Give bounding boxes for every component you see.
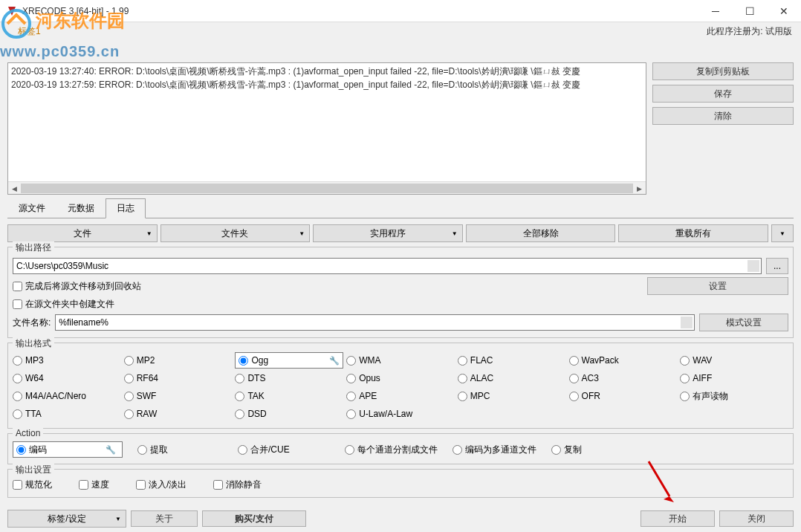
log-line: 2020-03-19 13:27:40: ERROR: D:\tools\桌面\… (11, 65, 643, 78)
svg-marker-0 (8, 7, 16, 16)
wrench-icon[interactable]: 🔧 (329, 356, 340, 366)
format-radio-opus[interactable]: Opus (346, 370, 455, 386)
format-radio-raw[interactable]: RAW (124, 406, 233, 422)
maximize-button[interactable]: ☐ (733, 0, 767, 22)
format-radio-dts[interactable]: DTS (235, 370, 343, 386)
remove-all-button[interactable]: 全部移除 (466, 224, 616, 242)
about-button[interactable]: 关于 (131, 510, 198, 527)
format-radio-wma[interactable]: WMA (346, 352, 455, 369)
app-icon (6, 5, 18, 17)
titlebar: XRECODE 3 [64-bit] - 1.99 ─ ☐ ✕ (0, 0, 801, 22)
clear-log-button[interactable]: 清除 (652, 107, 794, 125)
buy-button[interactable]: 购买/支付 (202, 510, 306, 527)
output-format-label: 输出格式 (13, 337, 54, 350)
close-button[interactable]: ✕ (767, 0, 801, 22)
format-radio-ape[interactable]: APE (346, 388, 455, 404)
chevron-down-icon: ▼ (146, 230, 152, 237)
silence-checkbox[interactable]: 消除静音 (213, 479, 262, 491)
chevron-down-icon: ▼ (452, 230, 458, 237)
registration-status: 此程序注册为: 试用版 (707, 25, 792, 38)
format-radio-swf[interactable]: SWF (124, 388, 233, 404)
action-split-radio[interactable]: 每个通道分割成文件 (345, 444, 438, 456)
action-merge-radio[interactable]: 合并/CUE (238, 444, 290, 456)
output-path-input[interactable]: C:\Users\pc0359\Music ⌄ (13, 258, 762, 274)
scroll-right-icon[interactable]: ▶ (633, 182, 646, 195)
format-radio-flac[interactable]: FLAC (458, 352, 566, 369)
format-radio-alac[interactable]: ALAC (458, 370, 566, 386)
format-radio-mp2[interactable]: MP2 (124, 352, 233, 369)
format-radio-ogg[interactable]: Ogg🔧 (235, 352, 343, 369)
folder-dropdown[interactable]: 文件夹▼ (160, 224, 311, 242)
pattern-settings-button[interactable]: 模式设置 (699, 314, 788, 331)
format-radio-ac3[interactable]: AC3 (569, 370, 678, 386)
chevron-down-icon: ▼ (299, 230, 305, 237)
format-radio-rf64[interactable]: RF64 (124, 370, 233, 386)
copy-clipboard-button[interactable]: 复制到剪贴板 (652, 62, 794, 80)
format-radio-tak[interactable]: TAK (235, 388, 343, 404)
action-encode-radio[interactable]: 编码 🔧 (13, 441, 123, 458)
browse-button[interactable]: ... (766, 258, 788, 274)
tag-settings-dropdown[interactable]: 标签/设定▼ (7, 510, 126, 528)
tab-metadata[interactable]: 元数据 (56, 198, 106, 218)
action-label: Action (13, 428, 43, 438)
reset-all-button[interactable]: 重载所有 (618, 224, 768, 242)
minimize-button[interactable]: ─ (698, 0, 733, 22)
scroll-left-icon[interactable]: ◀ (8, 182, 21, 195)
tab-bar: 源文件 元数据 日志 (7, 198, 794, 218)
horizontal-scrollbar[interactable]: ◀ ▶ (8, 181, 646, 194)
log-textarea[interactable]: 2020-03-19 13:27:40: ERROR: D:\tools\桌面\… (7, 62, 646, 195)
format-radio-aiff[interactable]: AIFF (680, 370, 788, 386)
action-extract-radio[interactable]: 提取 (137, 444, 168, 456)
tab-log[interactable]: 日志 (106, 198, 146, 218)
extra-dropdown[interactable]: ▼ (771, 224, 794, 242)
fade-checkbox[interactable]: 淡入/淡出 (136, 479, 187, 491)
speed-checkbox[interactable]: 速度 (79, 479, 109, 491)
format-radio-ulawalaw[interactable]: U-Law/A-Law (346, 406, 455, 422)
recycle-checkbox[interactable]: 完成后将源文件移动到回收站 (13, 280, 141, 293)
top-tab-label[interactable]: 标签1 (18, 25, 41, 38)
file-dropdown[interactable]: 文件▼ (7, 224, 158, 242)
format-radio-tta[interactable]: TTA (13, 406, 121, 422)
format-radio-wavpack[interactable]: WavPack (569, 352, 678, 369)
scroll-thumb[interactable] (21, 184, 633, 193)
format-radio-ofr[interactable]: OFR (569, 388, 678, 404)
format-radio-mpc[interactable]: MPC (458, 388, 566, 404)
format-radio-dsd[interactable]: DSD (235, 406, 343, 422)
wrench-icon[interactable]: 🔧 (106, 445, 116, 455)
close-app-button[interactable]: 关闭 (719, 510, 794, 527)
action-copy-radio[interactable]: 复制 (551, 444, 582, 456)
log-line: 2020-03-19 13:27:59: ERROR: D:\tools\桌面\… (11, 78, 643, 91)
in-source-checkbox[interactable]: 在源文件夹中创建文件 (13, 298, 114, 311)
format-radio-w64[interactable]: W64 (13, 370, 121, 386)
output-path-label: 输出路径 (13, 241, 54, 254)
tab-source[interactable]: 源文件 (7, 198, 56, 218)
chevron-down-icon: ⌄ (751, 263, 756, 270)
chevron-down-icon: ⌄ (684, 319, 690, 326)
output-settings-label: 输出设置 (13, 464, 54, 476)
format-radio-m4aaacnero[interactable]: M4A/AAC/Nero (13, 388, 121, 404)
start-button[interactable]: 开始 (641, 510, 715, 527)
save-log-button[interactable]: 保存 (652, 85, 794, 103)
format-radio-[interactable]: 有声读物 (680, 388, 788, 404)
normalize-checkbox[interactable]: 规范化 (13, 479, 52, 491)
chevron-down-icon: ▼ (115, 516, 121, 522)
chevron-down-icon: ▼ (779, 230, 785, 237)
utilities-dropdown[interactable]: 实用程序▼ (313, 224, 463, 242)
filename-input[interactable]: %filename% ⌄ (55, 314, 695, 331)
window-title: XRECODE 3 [64-bit] - 1.99 (22, 6, 129, 16)
output-settings-button[interactable]: 设置 (647, 277, 788, 295)
format-radio-mp3[interactable]: MP3 (13, 352, 121, 369)
filename-label: 文件名称: (13, 317, 51, 329)
format-radio-wav[interactable]: WAV (680, 352, 788, 369)
action-multichannel-radio[interactable]: 编码为多通道文件 (453, 444, 536, 456)
